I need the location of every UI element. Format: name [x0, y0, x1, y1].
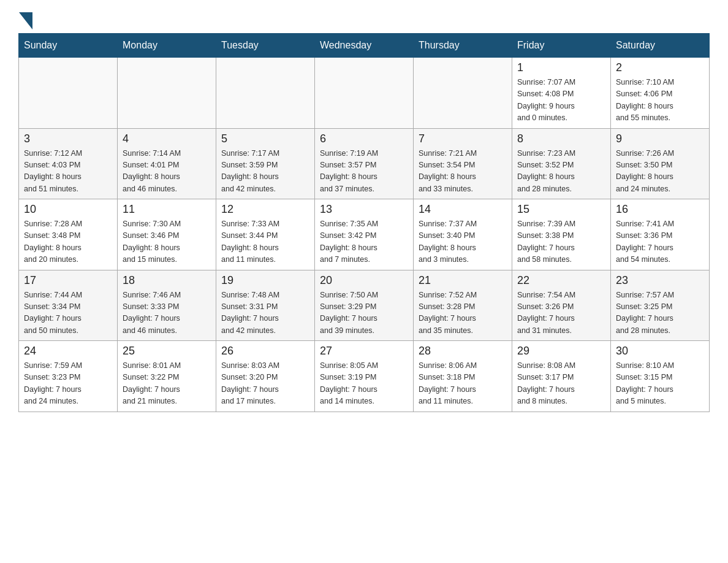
- day-number: 19: [221, 274, 309, 287]
- calendar-cell: 2Sunrise: 7:10 AMSunset: 4:06 PMDaylight…: [611, 58, 710, 129]
- day-number: 6: [320, 132, 408, 145]
- calendar-cell: 28Sunrise: 8:06 AMSunset: 3:18 PMDayligh…: [414, 341, 512, 412]
- day-info: Sunrise: 7:59 AMSunset: 3:23 PMDaylight:…: [24, 360, 112, 408]
- calendar-cell: [315, 58, 414, 129]
- calendar-cell: 20Sunrise: 7:50 AMSunset: 3:29 PMDayligh…: [315, 270, 414, 341]
- page-header: [18, 12, 710, 27]
- day-number: 5: [221, 132, 309, 145]
- weekday-header-thursday: Thursday: [414, 34, 512, 58]
- day-number: 27: [320, 345, 408, 358]
- calendar-cell: [414, 58, 512, 129]
- calendar-cell: 11Sunrise: 7:30 AMSunset: 3:46 PMDayligh…: [118, 199, 216, 270]
- calendar-cell: 3Sunrise: 7:12 AMSunset: 4:03 PMDaylight…: [19, 128, 118, 199]
- day-info: Sunrise: 7:19 AMSunset: 3:57 PMDaylight:…: [320, 148, 408, 196]
- day-info: Sunrise: 7:07 AMSunset: 4:08 PMDaylight:…: [517, 77, 605, 124]
- day-info: Sunrise: 7:46 AMSunset: 3:33 PMDaylight:…: [123, 289, 211, 337]
- day-info: Sunrise: 7:50 AMSunset: 3:29 PMDaylight:…: [320, 289, 408, 337]
- day-number: 25: [123, 345, 211, 358]
- day-number: 17: [24, 274, 112, 287]
- calendar-cell: [19, 58, 118, 129]
- day-number: 3: [24, 132, 112, 145]
- day-number: 1: [517, 61, 605, 74]
- svg-marker-0: [19, 12, 32, 29]
- day-info: Sunrise: 7:57 AMSunset: 3:25 PMDaylight:…: [616, 289, 704, 337]
- day-number: 14: [419, 203, 507, 216]
- day-number: 10: [24, 203, 112, 216]
- calendar-cell: 9Sunrise: 7:26 AMSunset: 3:50 PMDaylight…: [611, 128, 710, 199]
- calendar-cell: 23Sunrise: 7:57 AMSunset: 3:25 PMDayligh…: [611, 270, 710, 341]
- day-info: Sunrise: 7:30 AMSunset: 3:46 PMDaylight:…: [123, 218, 211, 266]
- day-number: 18: [123, 274, 211, 287]
- weekday-header-saturday: Saturday: [611, 34, 710, 58]
- calendar-cell: 8Sunrise: 7:23 AMSunset: 3:52 PMDaylight…: [512, 128, 611, 199]
- calendar-cell: 24Sunrise: 7:59 AMSunset: 3:23 PMDayligh…: [19, 341, 118, 412]
- logo-area: [18, 12, 33, 27]
- day-number: 8: [517, 132, 605, 145]
- day-info: Sunrise: 7:39 AMSunset: 3:38 PMDaylight:…: [517, 218, 605, 266]
- day-number: 7: [419, 132, 507, 145]
- day-number: 4: [123, 132, 211, 145]
- day-info: Sunrise: 7:54 AMSunset: 3:26 PMDaylight:…: [517, 289, 605, 337]
- calendar-week-row: 17Sunrise: 7:44 AMSunset: 3:34 PMDayligh…: [19, 270, 710, 341]
- day-info: Sunrise: 8:05 AMSunset: 3:19 PMDaylight:…: [320, 360, 408, 408]
- calendar-cell: 30Sunrise: 8:10 AMSunset: 3:15 PMDayligh…: [611, 341, 710, 412]
- calendar-cell: 1Sunrise: 7:07 AMSunset: 4:08 PMDaylight…: [512, 58, 611, 129]
- day-number: 12: [221, 203, 309, 216]
- calendar-cell: 18Sunrise: 7:46 AMSunset: 3:33 PMDayligh…: [118, 270, 216, 341]
- calendar-week-row: 3Sunrise: 7:12 AMSunset: 4:03 PMDaylight…: [19, 128, 710, 199]
- day-number: 20: [320, 274, 408, 287]
- weekday-header-wednesday: Wednesday: [315, 34, 414, 58]
- calendar-cell: 15Sunrise: 7:39 AMSunset: 3:38 PMDayligh…: [512, 199, 611, 270]
- day-number: 21: [419, 274, 507, 287]
- calendar-header-row: SundayMondayTuesdayWednesdayThursdayFrid…: [19, 34, 710, 58]
- calendar-cell: [216, 58, 315, 129]
- day-number: 13: [320, 203, 408, 216]
- weekday-header-sunday: Sunday: [19, 34, 118, 58]
- day-info: Sunrise: 7:21 AMSunset: 3:54 PMDaylight:…: [419, 148, 507, 196]
- calendar-cell: 10Sunrise: 7:28 AMSunset: 3:48 PMDayligh…: [19, 199, 118, 270]
- day-info: Sunrise: 7:48 AMSunset: 3:31 PMDaylight:…: [221, 289, 309, 337]
- calendar-week-row: 1Sunrise: 7:07 AMSunset: 4:08 PMDaylight…: [19, 58, 710, 129]
- day-number: 30: [616, 345, 704, 358]
- calendar-cell: 14Sunrise: 7:37 AMSunset: 3:40 PMDayligh…: [414, 199, 512, 270]
- day-number: 29: [517, 345, 605, 358]
- day-info: Sunrise: 7:41 AMSunset: 3:36 PMDaylight:…: [616, 218, 704, 266]
- day-info: Sunrise: 7:28 AMSunset: 3:48 PMDaylight:…: [24, 218, 112, 266]
- day-info: Sunrise: 7:26 AMSunset: 3:50 PMDaylight:…: [616, 148, 704, 196]
- calendar-cell: 4Sunrise: 7:14 AMSunset: 4:01 PMDaylight…: [118, 128, 216, 199]
- calendar-cell: 26Sunrise: 8:03 AMSunset: 3:20 PMDayligh…: [216, 341, 315, 412]
- day-info: Sunrise: 8:03 AMSunset: 3:20 PMDaylight:…: [221, 360, 309, 408]
- calendar-cell: 27Sunrise: 8:05 AMSunset: 3:19 PMDayligh…: [315, 341, 414, 412]
- day-info: Sunrise: 8:06 AMSunset: 3:18 PMDaylight:…: [419, 360, 507, 408]
- day-info: Sunrise: 7:14 AMSunset: 4:01 PMDaylight:…: [123, 148, 211, 196]
- day-number: 23: [616, 274, 704, 287]
- day-number: 24: [24, 345, 112, 358]
- calendar-cell: [118, 58, 216, 129]
- day-number: 15: [517, 203, 605, 216]
- calendar-cell: 22Sunrise: 7:54 AMSunset: 3:26 PMDayligh…: [512, 270, 611, 341]
- day-number: 9: [616, 132, 704, 145]
- logo-triangle-icon: [19, 12, 32, 29]
- calendar-cell: 19Sunrise: 7:48 AMSunset: 3:31 PMDayligh…: [216, 270, 315, 341]
- day-number: 26: [221, 345, 309, 358]
- day-number: 22: [517, 274, 605, 287]
- day-info: Sunrise: 7:17 AMSunset: 3:59 PMDaylight:…: [221, 148, 309, 196]
- day-info: Sunrise: 7:10 AMSunset: 4:06 PMDaylight:…: [616, 77, 704, 124]
- day-info: Sunrise: 7:33 AMSunset: 3:44 PMDaylight:…: [221, 218, 309, 266]
- day-info: Sunrise: 7:35 AMSunset: 3:42 PMDaylight:…: [320, 218, 408, 266]
- day-info: Sunrise: 8:10 AMSunset: 3:15 PMDaylight:…: [616, 360, 704, 408]
- calendar-cell: 5Sunrise: 7:17 AMSunset: 3:59 PMDaylight…: [216, 128, 315, 199]
- day-info: Sunrise: 7:37 AMSunset: 3:40 PMDaylight:…: [419, 218, 507, 266]
- calendar-cell: 7Sunrise: 7:21 AMSunset: 3:54 PMDaylight…: [414, 128, 512, 199]
- weekday-header-monday: Monday: [118, 34, 216, 58]
- calendar-cell: 16Sunrise: 7:41 AMSunset: 3:36 PMDayligh…: [611, 199, 710, 270]
- calendar-cell: 21Sunrise: 7:52 AMSunset: 3:28 PMDayligh…: [414, 270, 512, 341]
- day-number: 28: [419, 345, 507, 358]
- calendar-cell: 12Sunrise: 7:33 AMSunset: 3:44 PMDayligh…: [216, 199, 315, 270]
- day-info: Sunrise: 8:08 AMSunset: 3:17 PMDaylight:…: [517, 360, 605, 408]
- day-info: Sunrise: 7:44 AMSunset: 3:34 PMDaylight:…: [24, 289, 112, 337]
- day-info: Sunrise: 7:23 AMSunset: 3:52 PMDaylight:…: [517, 148, 605, 196]
- calendar-cell: 6Sunrise: 7:19 AMSunset: 3:57 PMDaylight…: [315, 128, 414, 199]
- calendar-cell: 17Sunrise: 7:44 AMSunset: 3:34 PMDayligh…: [19, 270, 118, 341]
- day-number: 2: [616, 61, 704, 74]
